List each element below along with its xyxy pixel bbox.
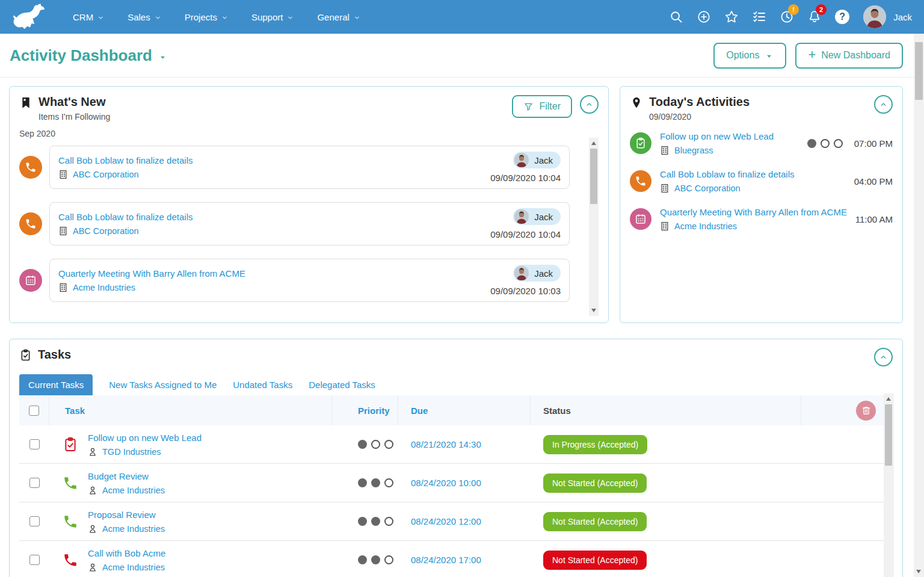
tab-undated-tasks[interactable]: Undated Tasks xyxy=(233,374,292,395)
building-icon xyxy=(58,226,68,236)
new-dashboard-button[interactable]: + New Dashboard xyxy=(795,43,903,69)
activity-card[interactable]: Call Bob Loblaw to finalize details ABC … xyxy=(49,146,570,189)
activity-link[interactable]: Follow up on new Web Lead xyxy=(660,131,774,141)
notifications-bell-icon[interactable]: 2 xyxy=(802,3,827,31)
row-checkbox[interactable] xyxy=(29,478,40,488)
due-date-link[interactable]: 08/24/2020 12:00 xyxy=(411,516,481,526)
activity-link[interactable]: Call Bob Loblaw to finalize details xyxy=(58,155,192,165)
row-checkbox[interactable] xyxy=(29,555,40,565)
options-button[interactable]: Options xyxy=(713,43,786,69)
notification-badge: 2 xyxy=(816,4,827,15)
chevron-down-icon xyxy=(97,14,105,22)
scroll-down-arrow[interactable] xyxy=(591,309,596,312)
whats-new-list: Call Bob Loblaw to finalize details ABC … xyxy=(19,146,570,315)
activity-link[interactable]: Call Bob Loblaw to finalize details xyxy=(660,169,794,179)
company-link[interactable]: Acme Industries xyxy=(102,563,165,572)
tab-current-tasks[interactable]: Current Tasks xyxy=(19,374,93,395)
activity-link[interactable]: Quarterly Meeting With Barry Allen from … xyxy=(660,207,847,217)
tasks-title: Tasks xyxy=(38,348,71,362)
activity-link[interactable]: Quarterly Meeting With Barry Allen from … xyxy=(58,268,245,279)
activity-time: 04:00 PM xyxy=(852,176,893,187)
menu-sales[interactable]: Sales xyxy=(116,0,173,34)
table-row: Follow up on new Web Lead TGD Industries… xyxy=(19,425,893,464)
plus-icon: + xyxy=(808,48,816,61)
row-checkbox[interactable] xyxy=(29,516,40,526)
company-link[interactable]: Acme Industries xyxy=(102,524,165,534)
list-item: Quarterly Meeting With Barry Allen from … xyxy=(19,259,570,302)
todays-activities-panel: Today's Activities 09/09/2020 Follow up … xyxy=(620,86,903,323)
assigned-user-pill[interactable]: Jack xyxy=(513,208,561,225)
todays-activities-title: Today's Activities xyxy=(649,95,750,109)
whats-new-scrollbar[interactable] xyxy=(589,138,599,316)
due-date-link[interactable]: 08/21/2020 14:30 xyxy=(411,439,481,449)
company-link[interactable]: Acme Industries xyxy=(102,486,165,495)
task-link[interactable]: Proposal Review xyxy=(88,510,165,520)
column-header-priority[interactable]: Priority xyxy=(332,395,398,425)
menu-support[interactable]: Support xyxy=(240,0,306,34)
tab-new-tasks-assigned[interactable]: New Tasks Assigned to Me xyxy=(109,374,217,395)
app-logo-kangaroo-icon[interactable] xyxy=(10,4,48,30)
delete-trash-icon[interactable] xyxy=(856,401,876,421)
quick-add-icon[interactable] xyxy=(691,3,716,31)
select-all-checkbox[interactable] xyxy=(29,406,39,416)
help-icon[interactable]: ? xyxy=(830,3,855,31)
activity-card[interactable]: Quarterly Meeting With Barry Allen from … xyxy=(49,259,570,302)
scrollbar-thumb[interactable] xyxy=(590,149,597,204)
call-icon xyxy=(63,552,78,568)
scrollbar-thumb[interactable] xyxy=(885,404,892,466)
company-link[interactable]: TGD Industries xyxy=(102,447,161,457)
activity-card[interactable]: Call Bob Loblaw to finalize details ABC … xyxy=(49,202,570,245)
scroll-up-arrow[interactable] xyxy=(591,141,596,145)
task-link[interactable]: Call with Bob Acme xyxy=(88,548,165,558)
task-link[interactable]: Follow up on new Web Lead xyxy=(88,433,202,443)
assigned-user-pill[interactable]: Jack xyxy=(513,152,561,168)
company-link[interactable]: ABC Corporation xyxy=(73,170,139,179)
menu-crm[interactable]: CRM xyxy=(61,0,116,34)
collapse-tasks-button[interactable] xyxy=(874,348,893,366)
whats-new-panel: What's New Items I'm Following Filter Se… xyxy=(9,86,609,323)
column-header-task[interactable]: Task xyxy=(49,395,332,425)
tab-delegated-tasks[interactable]: Delegated Tasks xyxy=(309,374,375,395)
title-bar: Activity Dashboard Options + New Dashboa… xyxy=(0,34,924,78)
list-item: Quarterly Meeting With Barry Allen from … xyxy=(630,207,893,231)
favorites-star-icon[interactable] xyxy=(719,3,744,31)
company-link[interactable]: Acme Industries xyxy=(674,221,737,231)
assigned-user-pill[interactable]: Jack xyxy=(513,265,561,282)
column-header-due[interactable]: Due xyxy=(398,395,531,425)
building-icon xyxy=(58,170,68,179)
due-date-link[interactable]: 08/24/2020 17:00 xyxy=(411,555,481,565)
collapse-whats-new-button[interactable] xyxy=(580,95,599,114)
menu-general[interactable]: General xyxy=(306,0,372,34)
filter-button[interactable]: Filter xyxy=(512,95,572,118)
location-pin-icon xyxy=(630,96,643,110)
menu-projects[interactable]: Projects xyxy=(173,0,240,34)
scrollbar-thumb[interactable] xyxy=(915,42,923,100)
company-link[interactable]: Acme Industries xyxy=(73,283,135,292)
status-badge: Not Started (Accepted) xyxy=(543,512,647,531)
company-link[interactable]: ABC Corporation xyxy=(73,226,139,236)
bookmark-icon xyxy=(19,96,32,110)
due-date-link[interactable]: 08/24/2020 10:00 xyxy=(411,478,481,488)
user-avatar[interactable] xyxy=(863,5,886,28)
table-row: Budget Review Acme Industries 08/24/2020… xyxy=(19,464,893,502)
company-link[interactable]: Bluegrass xyxy=(674,146,713,155)
scroll-down-arrow[interactable] xyxy=(916,570,921,573)
alarms-clock-icon[interactable]: ! xyxy=(774,3,799,31)
scroll-up-arrow[interactable] xyxy=(886,397,891,401)
activity-link[interactable]: Call Bob Loblaw to finalize details xyxy=(58,212,192,222)
collapse-todays-activities-button[interactable] xyxy=(874,95,893,114)
company-link[interactable]: ABC Corporation xyxy=(674,184,741,193)
task-list-icon[interactable] xyxy=(747,3,772,31)
user-name[interactable]: Jack xyxy=(893,12,912,22)
page-scrollbar[interactable] xyxy=(914,34,924,577)
tasks-tabs: Current Tasks New Tasks Assigned to Me U… xyxy=(19,374,893,395)
task-link[interactable]: Budget Review xyxy=(88,471,165,481)
status-badge: Not Started (Accepted) xyxy=(543,474,647,493)
priority-dots xyxy=(358,478,398,487)
row-checkbox[interactable] xyxy=(29,439,40,449)
search-icon[interactable] xyxy=(664,3,689,31)
dashboard-selector[interactable]: Activity Dashboard xyxy=(10,46,167,65)
list-item: Call Bob Loblaw to finalize details ABC … xyxy=(19,202,570,245)
tasks-scrollbar[interactable] xyxy=(884,393,894,577)
contact-person-icon xyxy=(88,486,97,495)
